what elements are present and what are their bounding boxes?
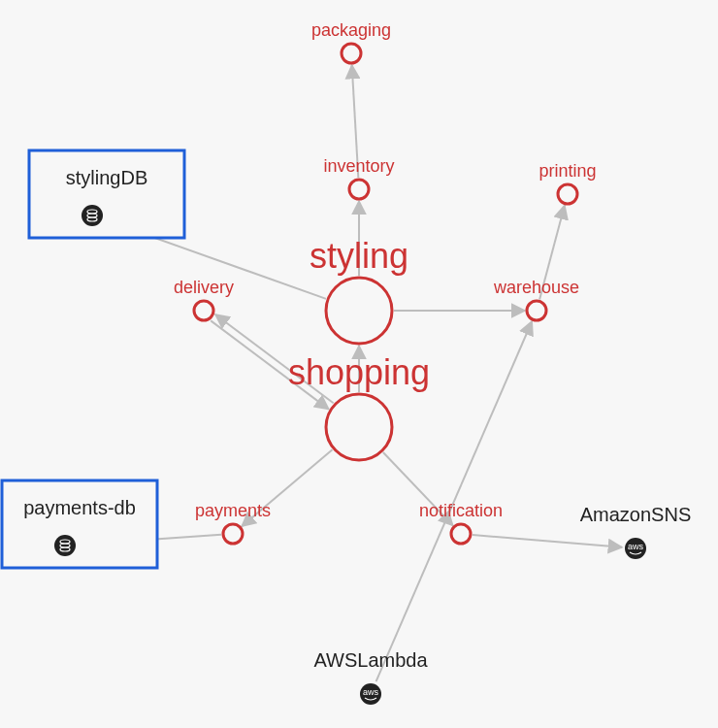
node-inventory[interactable]: inventory [323,156,394,199]
node-label: payments [195,501,271,520]
node-awsLambda[interactable]: AWSLambdaaws [313,649,428,705]
node-styling[interactable]: styling [310,236,408,344]
node-label: shopping [288,352,430,392]
node-packaging[interactable]: packaging [311,20,391,63]
database-rect [29,150,184,238]
aws-icon: aws [360,683,381,705]
node-label: AWSLambda [313,649,428,671]
service-graph: stylingshoppinginventorypackagingprintin… [0,0,718,728]
svg-text:aws: aws [628,542,644,551]
service-node-icon [527,301,546,320]
node-paymentsDb[interactable]: payments-db [2,480,157,568]
service-node-icon [451,524,471,544]
service-node-icon [326,394,392,460]
node-label: warehouse [493,278,579,297]
service-node-icon [223,524,243,544]
node-stylingDB[interactable]: stylingDB [29,150,184,238]
node-payments[interactable]: payments [195,501,271,544]
edge-notification-amazonSNS [473,535,622,547]
node-amazonSNS[interactable]: AmazonSNSaws [580,504,692,559]
database-rect [2,480,157,568]
node-label: AmazonSNS [580,504,692,525]
node-label: payments-db [23,497,136,518]
node-label: delivery [174,278,234,297]
service-node-icon [326,278,392,344]
svg-text:aws: aws [363,687,379,697]
node-label: inventory [323,156,394,176]
database-icon [82,205,103,226]
node-warehouse[interactable]: warehouse [493,278,579,320]
service-node-icon [342,44,361,63]
node-label: notification [419,501,503,520]
node-label: packaging [311,20,391,40]
node-label: styling [310,236,408,276]
service-node-icon [349,180,369,199]
svg-point-0 [82,205,103,226]
node-label: stylingDB [66,167,147,188]
node-shopping[interactable]: shopping [288,352,430,460]
node-label: printing [538,161,596,181]
service-node-icon [558,184,577,204]
service-node-icon [194,301,213,320]
node-delivery[interactable]: delivery [174,278,234,320]
node-printing[interactable]: printing [538,161,596,204]
database-icon [54,535,76,556]
svg-point-4 [54,535,76,556]
aws-icon: aws [625,538,646,559]
